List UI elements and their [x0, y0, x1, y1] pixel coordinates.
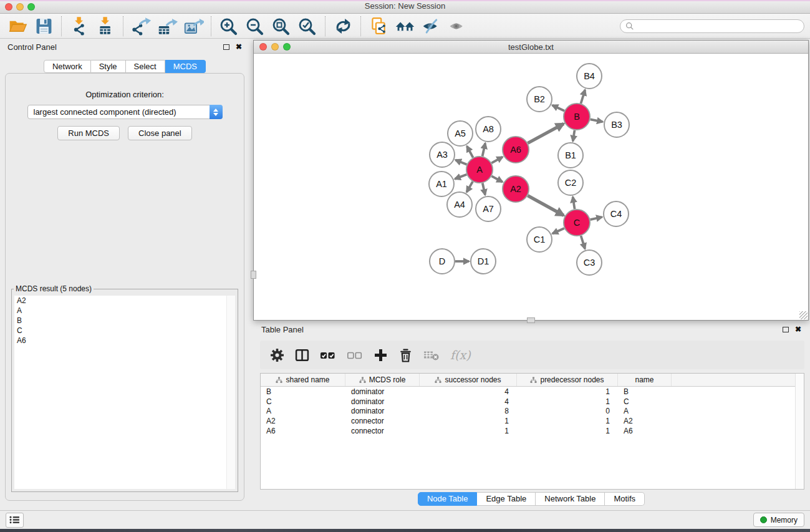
edge-C-C3[interactable]: [581, 236, 586, 249]
table-row[interactable]: Cdominator41C: [261, 397, 804, 407]
mcds-result-item[interactable]: A6: [14, 336, 235, 346]
table-cell[interactable]: connector: [345, 427, 420, 435]
edge-A-A8[interactable]: [483, 143, 486, 157]
export-image-button[interactable]: [180, 16, 206, 37]
table-cell[interactable]: 1: [420, 417, 517, 425]
import-network-button[interactable]: [66, 16, 92, 37]
tab-edge-table[interactable]: Edge Table: [477, 492, 536, 506]
tab-select[interactable]: Select: [126, 60, 165, 73]
table-cell[interactable]: B: [618, 387, 672, 396]
splitter-handle[interactable]: [251, 271, 256, 279]
split-panel-button[interactable]: [295, 347, 309, 363]
table-cell[interactable]: dominator: [345, 387, 420, 396]
tab-node-table[interactable]: Node Table: [418, 492, 478, 506]
node-A[interactable]: A: [466, 157, 493, 183]
mcds-result-item[interactable]: A2: [14, 296, 235, 306]
node-C4[interactable]: C4: [604, 201, 629, 226]
edge-A-A2[interactable]: [491, 176, 502, 181]
search-box[interactable]: [620, 19, 804, 33]
node-C2[interactable]: C2: [558, 170, 583, 195]
node-B3[interactable]: B3: [604, 112, 629, 137]
mcds-result-item[interactable]: B: [14, 316, 235, 326]
network-zoom-icon[interactable]: [283, 43, 291, 51]
copy-view-button[interactable]: [365, 16, 392, 37]
close-window-icon[interactable]: [5, 3, 12, 11]
table-cell[interactable]: 8: [420, 407, 517, 415]
node-C3[interactable]: C3: [577, 250, 602, 275]
table-cell[interactable]: dominator: [345, 397, 420, 406]
table-cell[interactable]: A2: [618, 417, 672, 425]
node-B1[interactable]: B1: [558, 143, 583, 168]
save-session-button[interactable]: [31, 16, 57, 37]
node-B4[interactable]: B4: [577, 64, 602, 89]
column-header-successor-nodes[interactable]: successor nodes: [420, 374, 517, 386]
edge-A6-B[interactable]: [528, 123, 564, 143]
minimize-window-icon[interactable]: [16, 3, 24, 11]
edge-C-C2[interactable]: [573, 197, 575, 210]
edge-B-B1[interactable]: [573, 130, 575, 142]
criterion-dropdown[interactable]: largest connected component (directed): [27, 105, 223, 119]
table-cell[interactable]: 1: [517, 417, 618, 425]
unselect-all-columns-button[interactable]: [347, 347, 363, 363]
edge-A-A5[interactable]: [467, 146, 473, 157]
table-row[interactable]: Bdominator41B: [261, 387, 804, 397]
table-cell[interactable]: 0: [517, 407, 618, 415]
mcds-result-list[interactable]: A2ABCA6: [14, 296, 235, 489]
resize-grip-icon[interactable]: [799, 311, 808, 319]
table-cell[interactable]: B: [261, 387, 345, 396]
table-cell[interactable]: C: [261, 397, 345, 406]
mcds-result-item[interactable]: C: [14, 326, 235, 336]
edge-B-B4[interactable]: [581, 90, 586, 104]
task-history-button[interactable]: [6, 513, 24, 528]
tab-mcds[interactable]: MCDS: [165, 60, 206, 73]
column-header-predecessor-nodes[interactable]: predecessor nodes: [517, 374, 618, 386]
hide-selected-button[interactable]: [418, 16, 444, 37]
edge-A-A6[interactable]: [491, 157, 503, 163]
node-A6[interactable]: A6: [503, 137, 529, 163]
node-D[interactable]: D: [430, 249, 455, 274]
refresh-view-button[interactable]: [330, 16, 356, 37]
node-A5[interactable]: A5: [448, 121, 473, 146]
node-table[interactable]: shared nameMCDS rolesuccessor nodesprede…: [260, 373, 804, 490]
zoom-fit-button[interactable]: [268, 16, 294, 37]
network-close-icon[interactable]: [259, 43, 267, 51]
node-A7[interactable]: A7: [476, 196, 501, 221]
close-panel-icon[interactable]: ✖: [236, 43, 242, 51]
delete-column-button[interactable]: [398, 347, 413, 363]
column-header-name[interactable]: name: [618, 374, 672, 386]
edge-A-A7[interactable]: [483, 183, 485, 195]
network-canvas[interactable]: B4B2BB3A8A5A6A3B1AC2A1A2A4A7C4CC1DD1C3: [254, 54, 808, 320]
table-row[interactable]: Adominator80A: [261, 407, 804, 417]
table-cell[interactable]: 1: [420, 427, 517, 435]
edge-C-C4[interactable]: [591, 217, 602, 220]
edge-C-C1[interactable]: [552, 228, 564, 234]
edge-A-A1[interactable]: [455, 175, 467, 179]
network-window-controls[interactable]: [259, 43, 291, 51]
table-cell[interactable]: 1: [517, 397, 618, 406]
column-header-shared-name[interactable]: shared name: [261, 374, 345, 386]
node-B2[interactable]: B2: [527, 87, 552, 112]
table-cell[interactable]: A2: [261, 417, 345, 425]
import-table-button[interactable]: [92, 16, 118, 37]
table-cell[interactable]: A: [618, 407, 672, 415]
node-A2[interactable]: A2: [503, 176, 529, 202]
node-C1[interactable]: C1: [527, 227, 552, 252]
mcds-result-item[interactable]: A: [14, 306, 235, 316]
zoom-selected-button[interactable]: [294, 16, 321, 37]
table-cell[interactable]: connector: [345, 417, 420, 425]
tab-motifs[interactable]: Motifs: [605, 492, 645, 506]
table-cell[interactable]: 1: [517, 427, 618, 435]
dropdown-stepper-icon[interactable]: [210, 105, 223, 119]
add-column-button[interactable]: [374, 347, 388, 363]
zoom-window-icon[interactable]: [27, 3, 35, 11]
home-view-button[interactable]: [392, 16, 418, 37]
edge-A-A4[interactable]: [466, 181, 473, 192]
tab-style[interactable]: Style: [91, 60, 126, 73]
tab-network-table[interactable]: Network Table: [536, 492, 605, 506]
float-panel-icon[interactable]: [783, 327, 789, 332]
column-header-mcds-role[interactable]: MCDS role: [345, 374, 420, 386]
table-cell[interactable]: dominator: [345, 407, 420, 415]
open-file-button[interactable]: [4, 16, 31, 37]
node-A8[interactable]: A8: [476, 117, 501, 142]
network-view-window[interactable]: testGlobe.txt B4B2BB3A8A5A6A3B1AC2A1A2A4…: [253, 40, 809, 321]
